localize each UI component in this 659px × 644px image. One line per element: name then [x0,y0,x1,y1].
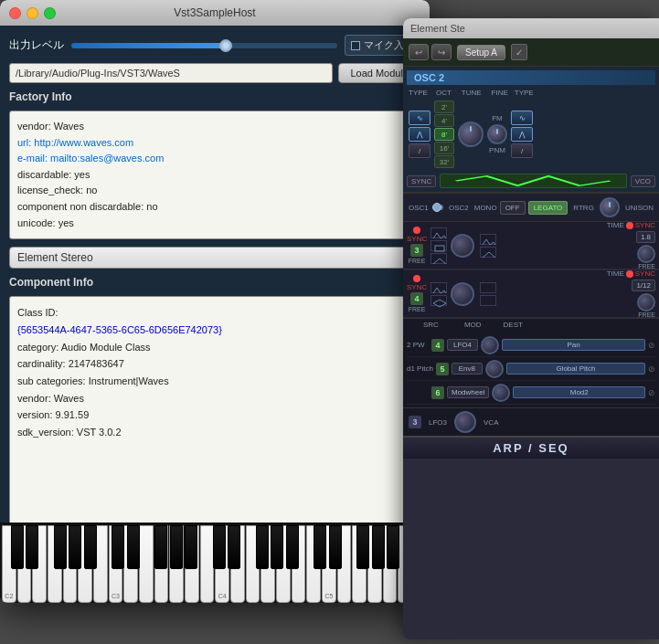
env-wave-3[interactable] [430,253,447,264]
env-wave-2[interactable] [430,240,447,251]
mod-modwheel-select[interactable]: Modwheel [447,386,489,398]
osc1-mix-label: OSC1 [409,204,429,212]
redo-button[interactable]: ↪ [431,44,452,60]
moog-wave-btn[interactable]: ⋀ [409,127,430,142]
factory-non-discardable: component non discardable: no [17,199,412,216]
black-key[interactable] [213,525,226,569]
tune-knob[interactable] [458,121,484,147]
black-key[interactable] [372,525,385,569]
mod-amount-knob-5[interactable] [485,360,504,378]
factory-url: url: http://www.waves.com [17,135,412,152]
lfo3-knob[interactable] [454,411,476,433]
env-row3-waves [430,227,447,264]
osc-col-labels: TYPE OCT TUNE FINE TYPE [407,89,655,97]
level-slider[interactable] [71,43,337,48]
legato-button[interactable]: LEGATO [528,201,569,215]
sine-wave-btn-r[interactable]: ∿ [511,111,533,125]
black-key[interactable] [286,525,299,569]
oct-16ft[interactable]: 16' [434,142,454,154]
lfo-num-3: 3 [409,416,421,428]
off-button[interactable]: OFF [500,201,526,215]
time-value-4[interactable]: 1/12 [632,280,655,291]
mod-num-5: 5 [436,363,449,375]
env-row3-right-group: TIME SYNC 1.8 FREE [607,221,655,269]
mod-amount-knob-4[interactable] [481,336,499,354]
minimize-button[interactable] [27,7,38,19]
black-key[interactable] [11,525,24,569]
moog-wave-btn-r[interactable]: ⋀ [511,127,533,142]
component-info-label: Component Info [9,276,420,289]
level-label: 出力レベル [9,37,64,53]
mod-dest-mod2[interactable]: Mod2 [513,386,645,398]
black-key[interactable] [356,525,369,569]
saw-wave-btn[interactable]: / [409,143,430,158]
env-wave-1[interactable] [430,227,447,238]
env-wave-4-2[interactable] [430,295,447,306]
oct-8ft[interactable]: 8' [434,128,454,141]
time-value-3[interactable]: 1.8 [636,231,655,243]
env-wave-4-1[interactable] [430,282,447,293]
mod-env8-select[interactable]: Env8 [452,363,483,375]
env-dest-2[interactable] [480,247,496,258]
oct-4ft[interactable]: 4' [434,114,454,127]
black-key[interactable] [271,525,283,569]
setup-button[interactable]: Setup A [457,45,505,60]
env-dest-4-1[interactable] [480,282,496,293]
black-key[interactable] [314,525,326,569]
black-key[interactable] [84,525,97,569]
env-time-knob-3[interactable] [637,245,655,263]
path-input[interactable]: /Library/Audio/Plug-Ins/VST3/WaveS [9,63,333,83]
check-button[interactable]: ✓ [511,44,527,60]
path-row: /Library/Audio/Plug-Ins/VST3/WaveS Load … [9,63,420,83]
free-label-4: FREE [409,306,426,312]
mod-cancel-4[interactable]: ⊘ [648,341,655,350]
env-dest-1[interactable] [480,234,496,245]
black-key[interactable] [387,525,399,569]
vst-main-window: Vst3SampleHost 出力レベル マイク入力 /Library/Audi… [0,0,430,603]
black-key[interactable] [26,525,38,569]
oct-32ft[interactable]: 32' [434,155,454,168]
black-key[interactable] [256,525,269,569]
mix-slider[interactable] [434,205,443,210]
env-time-knob-4[interactable] [637,293,655,311]
maximize-button[interactable] [44,7,56,19]
white-key[interactable] [139,525,154,603]
black-key[interactable] [154,525,167,569]
saw-wave-btn-r[interactable]: / [511,143,533,158]
component-vendor: vendor: Waves [17,390,412,407]
sync-dot-right-4 [626,270,633,278]
env-dest-4-2[interactable] [480,295,496,306]
plugin-dropdown[interactable]: Element Stereo [9,247,420,269]
sync-dot-3 [413,227,420,234]
fm-label: FM [492,114,503,122]
env-row4-waves [430,282,447,306]
black-key[interactable] [170,525,183,569]
piano-keyboard[interactable]: C2 C3 C4 C5 [0,523,430,603]
mod-amount-knob-6[interactable] [492,384,510,402]
mod-dest-global-pitch[interactable]: Global Pitch [506,363,645,375]
black-key[interactable] [228,525,240,569]
black-key[interactable] [329,525,342,569]
sync-button[interactable]: SYNC [407,175,436,187]
env-row4-right-group: TIME SYNC 1/12 FREE [607,269,655,318]
close-button[interactable] [9,7,21,19]
port-knob[interactable] [600,197,620,217]
fine-knob[interactable] [487,124,507,144]
black-key[interactable] [185,525,197,569]
black-key[interactable] [54,525,67,569]
oct-2ft[interactable]: 2' [434,100,454,113]
black-key[interactable] [127,525,140,569]
undo-button[interactable]: ↩ [409,44,429,60]
black-key[interactable] [112,525,124,569]
env-row4-dest [480,282,496,306]
sine-wave-btn[interactable]: ∿ [409,111,430,125]
mod-cancel-6[interactable]: ⊘ [648,388,655,397]
vco-button[interactable]: VCO [631,175,655,187]
black-key[interactable] [69,525,81,569]
mod-cancel-5[interactable]: ⊘ [648,364,655,374]
env-knob-4[interactable] [451,282,474,306]
env-knob-3[interactable] [451,234,474,258]
mod-dest-pan[interactable]: Pan [502,339,645,351]
mod-lfo4-select[interactable]: LFO4 [447,339,478,351]
mic-checkbox[interactable] [351,41,360,50]
